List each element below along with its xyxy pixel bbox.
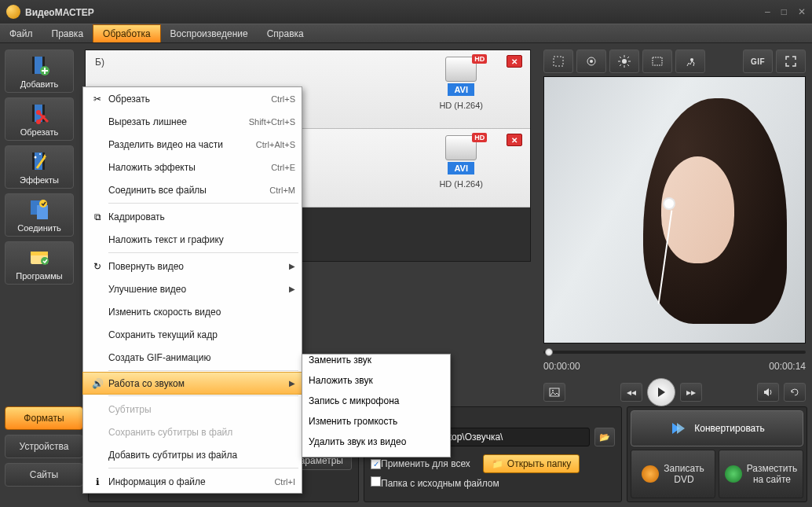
side-tab-1[interactable]: Устройства bbox=[5, 435, 83, 458]
minimize-button[interactable]: – bbox=[765, 6, 770, 17]
menu-item[interactable]: 🔊Работа со звуком▶ bbox=[82, 372, 302, 395]
svg-rect-20 bbox=[554, 57, 563, 66]
menu-item[interactable]: Создать GIF-анимацию bbox=[83, 346, 302, 369]
tool-эффекты[interactable]: Эффекты bbox=[5, 145, 74, 189]
menu-item-label: Вырезать лишнее bbox=[108, 116, 249, 127]
format-tabs: ФорматыУстройстваСайты bbox=[5, 406, 83, 502]
tool-icon bbox=[27, 101, 51, 125]
svg-point-13 bbox=[39, 153, 41, 155]
menu-item-label: Сохранить текущий кадр bbox=[108, 329, 295, 340]
side-tab-0[interactable]: Форматы bbox=[5, 406, 83, 430]
menu-shortcut: Ctrl+S bbox=[271, 94, 295, 104]
close-button[interactable]: ✕ bbox=[798, 6, 806, 17]
tool-icon bbox=[27, 53, 51, 77]
menu-воспроизведение[interactable]: Воспроизведение bbox=[161, 24, 258, 42]
menu-item-label: Информация о файле bbox=[108, 476, 274, 487]
side-tab-2[interactable]: Сайты bbox=[5, 463, 83, 487]
submenu-item[interactable]: Наложить звук bbox=[302, 375, 450, 395]
menu-item[interactable]: Изменить скорость видео bbox=[83, 300, 302, 323]
fullscreen-icon[interactable] bbox=[776, 50, 806, 73]
remove-file-button[interactable]: ✕ bbox=[507, 55, 522, 68]
tool-label: Эффекты bbox=[20, 175, 59, 185]
menu-item[interactable]: Наложить текст и графику bbox=[83, 228, 302, 251]
play-button[interactable] bbox=[647, 378, 675, 406]
next-button[interactable]: ▸▸ bbox=[680, 383, 702, 402]
publish-site-button[interactable]: Разместитьна сайте bbox=[719, 450, 803, 498]
menu-item-icon: ⧉ bbox=[86, 211, 108, 222]
crop-icon[interactable] bbox=[543, 50, 573, 73]
menu-item: Субтитры bbox=[83, 398, 302, 421]
tool-icon bbox=[27, 245, 51, 269]
processing-menu: ✂ОбрезатьCtrl+SВырезать лишнееShift+Ctrl… bbox=[82, 86, 302, 494]
tool-icon bbox=[27, 197, 51, 221]
svg-rect-18 bbox=[31, 252, 48, 255]
menu-item-label: Соединить все файлы bbox=[108, 185, 269, 196]
camera-icon: HD bbox=[445, 57, 477, 82]
menu-item[interactable]: Добавить субтитры из файла bbox=[83, 443, 302, 466]
menu-shortcut: Ctrl+I bbox=[274, 477, 295, 487]
effects-icon[interactable] bbox=[642, 50, 672, 73]
prev-button[interactable]: ◂◂ bbox=[620, 383, 642, 402]
brightness-icon[interactable] bbox=[609, 50, 639, 73]
menu-item-icon: ✂ bbox=[86, 94, 108, 105]
burn-dvd-button[interactable]: ЗаписатьDVD bbox=[631, 450, 715, 498]
menu-item-label: Обрезать bbox=[108, 94, 271, 105]
menu-item[interactable]: Разделить видео на частиCtrl+Alt+S bbox=[83, 133, 302, 156]
dest-apply-all-checkbox[interactable]: ✓Применить для всех bbox=[371, 458, 470, 469]
menu-справка[interactable]: Справка bbox=[258, 24, 313, 42]
menu-shortcut: Ctrl+Alt+S bbox=[256, 140, 295, 149]
menu-item-label: Разделить видео на части bbox=[108, 139, 256, 150]
loop-icon[interactable] bbox=[784, 383, 806, 402]
menu-item[interactable]: ℹИнформация о файлеCtrl+I bbox=[83, 470, 302, 493]
menu-item[interactable]: ⧉Кадрировать bbox=[83, 205, 302, 228]
browse-folder-icon[interactable]: 📂 bbox=[594, 428, 615, 446]
menu-item[interactable]: Вырезать лишнееShift+Ctrl+S bbox=[83, 110, 302, 133]
menu-item[interactable]: ✂ОбрезатьCtrl+S bbox=[83, 87, 302, 110]
submenu-arrow-icon: ▶ bbox=[289, 262, 295, 270]
submenu-item-label: Удалить звук из видео bbox=[302, 436, 450, 447]
submenu-arrow-icon: ▶ bbox=[289, 285, 295, 293]
action-panel: Конвертировать ЗаписатьDVD Разместитьна … bbox=[627, 406, 807, 502]
menu-item[interactable]: ↻Повернуть видео▶ bbox=[83, 255, 302, 277]
submenu-item[interactable]: Заменить звук bbox=[302, 355, 450, 375]
menu-item[interactable]: Улучшение видео▶ bbox=[83, 277, 302, 300]
svg-point-16 bbox=[39, 200, 47, 208]
seek-bar[interactable] bbox=[543, 348, 806, 356]
codec-label: HD (H.264) bbox=[439, 179, 483, 189]
dvd-icon bbox=[642, 465, 659, 483]
tool-программы[interactable]: Программы bbox=[5, 241, 74, 285]
volume-icon[interactable] bbox=[757, 383, 779, 402]
open-folder-button[interactable]: 📁Открыть папку bbox=[483, 454, 580, 473]
convert-button[interactable]: Конвертировать bbox=[631, 410, 803, 446]
source-folder-checkbox[interactable]: Папка с исходным файлом bbox=[371, 476, 499, 489]
svg-rect-10 bbox=[32, 152, 35, 170]
titlebar: ВидеоМАСТЕР – □ ✕ bbox=[0, 0, 812, 24]
menu-файл[interactable]: Файл bbox=[0, 24, 42, 42]
snapshot-icon[interactable] bbox=[543, 383, 565, 402]
tool-обрезать[interactable]: Обрезать bbox=[5, 97, 74, 141]
menu-правка[interactable]: Правка bbox=[42, 24, 93, 42]
tool-label: Добавить bbox=[20, 79, 59, 89]
seek-thumb[interactable] bbox=[545, 348, 553, 356]
focus-icon[interactable] bbox=[576, 50, 606, 73]
submenu-item[interactable]: Удалить звук из видео bbox=[302, 436, 450, 457]
tool-label: Программы bbox=[16, 271, 62, 281]
menu-обработка[interactable]: Обработка bbox=[93, 24, 161, 42]
remove-file-button[interactable]: ✕ bbox=[507, 134, 522, 146]
submenu-item[interactable]: Изменить громкость bbox=[302, 416, 450, 436]
menu-item-label: Работа со звуком bbox=[108, 378, 286, 389]
speed-icon[interactable] bbox=[675, 50, 705, 73]
menu-item[interactable]: Наложить эффектыCtrl+E bbox=[83, 156, 302, 178]
submenu-item[interactable]: Запись с микрофона bbox=[302, 395, 450, 416]
menu-item[interactable]: Сохранить текущий кадр bbox=[83, 323, 302, 346]
menu-item-icon: 🔊 bbox=[86, 378, 108, 389]
tool-соединить[interactable]: Соединить bbox=[5, 193, 74, 237]
menu-item[interactable]: Соединить все файлыCtrl+M bbox=[83, 178, 302, 201]
codec-label: HD (H.264) bbox=[439, 101, 483, 110]
maximize-button[interactable]: □ bbox=[781, 6, 787, 17]
time-total: 00:00:14 bbox=[769, 361, 806, 372]
svg-rect-5 bbox=[32, 105, 35, 122]
tool-добавить[interactable]: Добавить bbox=[5, 50, 74, 93]
gif-button[interactable]: GIF bbox=[743, 50, 773, 73]
audio-submenu: Заменить звукНаложить звукЗапись с микро… bbox=[302, 354, 451, 457]
